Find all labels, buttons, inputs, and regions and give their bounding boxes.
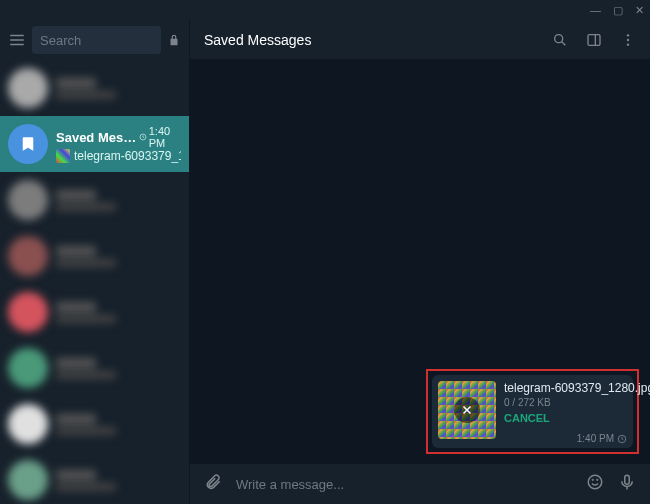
avatar — [8, 292, 48, 332]
svg-rect-6 — [588, 34, 600, 45]
search-input[interactable]: Search — [32, 26, 161, 54]
upload-progress: 0 / 272 KB — [504, 397, 650, 408]
chat-saved-messages[interactable]: Saved Messages 1:40 PM telegram-6093379_… — [0, 116, 189, 172]
chat-list-item[interactable] — [0, 228, 189, 284]
chat-time: 1:40 PM — [139, 125, 181, 149]
chat-list-item[interactable] — [0, 396, 189, 452]
attach-icon[interactable] — [204, 473, 222, 495]
chat-list[interactable]: Saved Messages 1:40 PM telegram-6093379_… — [0, 60, 189, 504]
svg-point-15 — [592, 479, 593, 480]
message-placeholder: Write a message... — [236, 477, 344, 492]
svg-point-9 — [627, 38, 629, 40]
menu-icon[interactable] — [8, 31, 26, 49]
svg-line-5 — [562, 41, 566, 45]
header-actions — [552, 32, 636, 48]
chat-list-item[interactable] — [0, 284, 189, 340]
window-maximize-button[interactable]: ▢ — [613, 4, 623, 17]
app-window: — ▢ ✕ Search — [0, 0, 650, 504]
svg-point-16 — [597, 479, 598, 480]
message-input[interactable]: Write a message... — [236, 477, 572, 492]
more-icon[interactable] — [620, 32, 636, 48]
conversation-panel: Saved Messages — [190, 20, 650, 504]
chat-list-item[interactable] — [0, 452, 189, 504]
lock-icon[interactable] — [167, 33, 181, 47]
messages-area[interactable]: telegram-6093379_1280.jpg 0 / 272 KB CAN… — [190, 60, 650, 464]
svg-point-10 — [627, 43, 629, 45]
avatar — [8, 180, 48, 220]
avatar — [8, 348, 48, 388]
chat-list-item[interactable] — [0, 340, 189, 396]
svg-rect-17 — [625, 475, 630, 484]
chat-name: Saved Messages — [56, 130, 139, 145]
sidebar: Search Saved Messages — [0, 20, 190, 504]
preview-thumb-icon — [56, 149, 70, 163]
search-placeholder: Search — [40, 33, 81, 48]
chat-preview: telegram-6093379_1280.jpg — [56, 149, 181, 163]
window-close-button[interactable]: ✕ — [635, 4, 644, 17]
svg-point-14 — [588, 475, 602, 489]
window-titlebar: — ▢ ✕ — [0, 0, 650, 20]
upload-filename: telegram-6093379_1280.jpg — [504, 381, 650, 395]
cancel-button[interactable]: CANCEL — [504, 412, 650, 424]
clock-icon — [617, 434, 627, 444]
window-minimize-button[interactable]: — — [590, 4, 601, 16]
avatar — [8, 404, 48, 444]
avatar — [8, 68, 48, 108]
upload-time: 1:40 PM — [577, 433, 627, 444]
sidebar-header: Search — [0, 20, 189, 60]
svg-point-4 — [555, 34, 563, 42]
sidebar-toggle-icon[interactable] — [586, 32, 602, 48]
emoji-icon[interactable] — [586, 473, 604, 495]
conversation-header: Saved Messages — [190, 20, 650, 60]
upload-message-bubble[interactable]: telegram-6093379_1280.jpg 0 / 272 KB CAN… — [432, 375, 633, 448]
chat-list-item[interactable] — [0, 60, 189, 116]
saved-messages-avatar — [8, 124, 48, 164]
main-area: Search Saved Messages — [0, 20, 650, 504]
upload-highlight-box: telegram-6093379_1280.jpg 0 / 272 KB CAN… — [426, 369, 639, 454]
conversation-title: Saved Messages — [204, 32, 311, 48]
upload-thumbnail[interactable] — [438, 381, 496, 439]
svg-point-8 — [627, 34, 629, 36]
avatar — [8, 236, 48, 276]
avatar — [8, 460, 48, 500]
search-icon[interactable] — [552, 32, 568, 48]
voice-icon[interactable] — [618, 473, 636, 495]
chat-item-body: Saved Messages 1:40 PM telegram-6093379_… — [56, 125, 181, 163]
chat-list-item[interactable] — [0, 172, 189, 228]
cancel-upload-icon[interactable] — [454, 397, 480, 423]
compose-bar: Write a message... — [190, 464, 650, 504]
